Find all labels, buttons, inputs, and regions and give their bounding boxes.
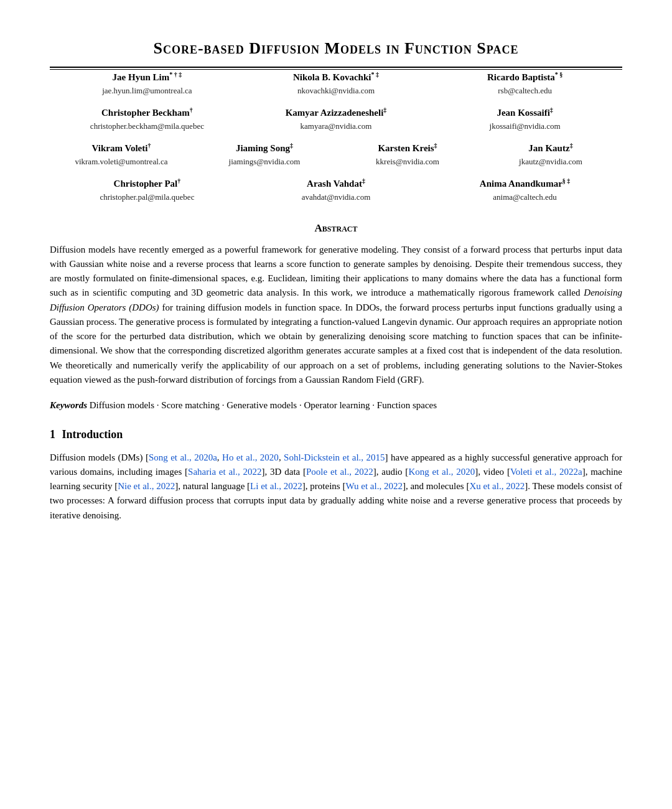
keywords-text: Diffusion models · Score matching · Gene… bbox=[90, 400, 437, 410]
intro-title: Introduction bbox=[62, 428, 123, 441]
keywords-label: Keywords bbox=[50, 400, 87, 410]
ref-sohl-dickstein-2015[interactable]: Sohl-Dickstein et al., 2015 bbox=[284, 452, 385, 462]
intro-section: 1 Introduction Diffusion models (DMs) [S… bbox=[50, 426, 622, 523]
author-christopher-beckham: Christopher Beckham† christopher.beckham… bbox=[53, 105, 242, 132]
authors-row-4: Christopher Pal† christopher.pal@mila.qu… bbox=[50, 176, 622, 203]
author-jae-hyun-lim: Jae Hyun Lim* † ‡ jae.hyun.lim@umontreal… bbox=[53, 70, 242, 96]
author-jiaming-song: Jiaming Song‡ jiamings@nvidia.com bbox=[193, 141, 336, 167]
ref-nie-2022[interactable]: Nie et al., 2022 bbox=[118, 481, 175, 491]
section-number: 1 bbox=[50, 428, 55, 441]
author-jean-kossaifi: Jean Kossaifi‡ jkossaifi@nvidia.com bbox=[431, 105, 620, 132]
authors-row-3: Vikram Voleti† vikram.voleti@umontreal.c… bbox=[50, 141, 622, 167]
ref-ho-2020[interactable]: Ho et al., 2020 bbox=[222, 452, 279, 462]
author-nikola-kovachki: Nikola B. Kovachki* ‡ nkovachki@nvidia.c… bbox=[241, 70, 431, 96]
ref-kong-2020[interactable]: Kong et al., 2020 bbox=[408, 467, 475, 477]
authors-row-2: Christopher Beckham† christopher.beckham… bbox=[50, 105, 622, 132]
ref-saharia-2022[interactable]: Saharia et al., 2022 bbox=[188, 467, 262, 477]
authors-row-1: Jae Hyun Lim* † ‡ jae.hyun.lim@umontreal… bbox=[50, 70, 622, 96]
ref-song-2020a[interactable]: Song et al., 2020a bbox=[149, 452, 217, 462]
ddo-term: Denoising Diffusion Operators (DDOs) bbox=[50, 288, 622, 312]
author-christopher-pal: Christopher Pal† christopher.pal@mila.qu… bbox=[53, 176, 242, 203]
ref-wu-2022[interactable]: Wu et al., 2022 bbox=[345, 481, 403, 491]
title-rule-top bbox=[50, 67, 622, 68]
abstract-title: Abstract bbox=[50, 220, 622, 236]
abstract-section: Abstract Diffusion models have recently … bbox=[50, 220, 622, 387]
author-jan-kautz: Jan Kautz‡ jkautz@nvidia.com bbox=[479, 141, 622, 167]
author-anima-anandkumar: Anima Anandkumar§ ‡ anima@caltech.edu bbox=[431, 176, 620, 203]
keywords-line: Keywords Diffusion models · Score matchi… bbox=[50, 398, 622, 413]
abstract-body: Diffusion models have recently emerged a… bbox=[50, 243, 622, 388]
author-arash-vahdat: Arash Vahdat‡ avahdat@nvidia.com bbox=[241, 176, 431, 203]
author-ricardo-baptista: Ricardo Baptista* § rsb@caltech.edu bbox=[431, 70, 620, 96]
author-karsten-kreis: Karsten Kreis‡ kkreis@nvidia.com bbox=[336, 141, 479, 167]
authors-section: Jae Hyun Lim* † ‡ jae.hyun.lim@umontreal… bbox=[50, 70, 622, 203]
author-vikram-voleti: Vikram Voleti† vikram.voleti@umontreal.c… bbox=[50, 141, 193, 167]
author-kamyar-azizzadenesheli: Kamyar Azizzadenesheli‡ kamyara@nvidia.c… bbox=[241, 105, 431, 132]
ref-li-2022[interactable]: Li et al., 2022 bbox=[250, 481, 302, 491]
intro-heading: 1 Introduction bbox=[50, 426, 622, 443]
ref-poole-2022[interactable]: Poole et al., 2022 bbox=[306, 467, 373, 477]
ref-xu-2022[interactable]: Xu et al., 2022 bbox=[469, 481, 525, 491]
intro-body: Diffusion models (DMs) [Song et al., 202… bbox=[50, 451, 622, 523]
paper-title: Score-based Diffusion Models in Function… bbox=[50, 36, 622, 60]
ref-voleti-2022a[interactable]: Voleti et al., 2022a bbox=[510, 467, 582, 477]
